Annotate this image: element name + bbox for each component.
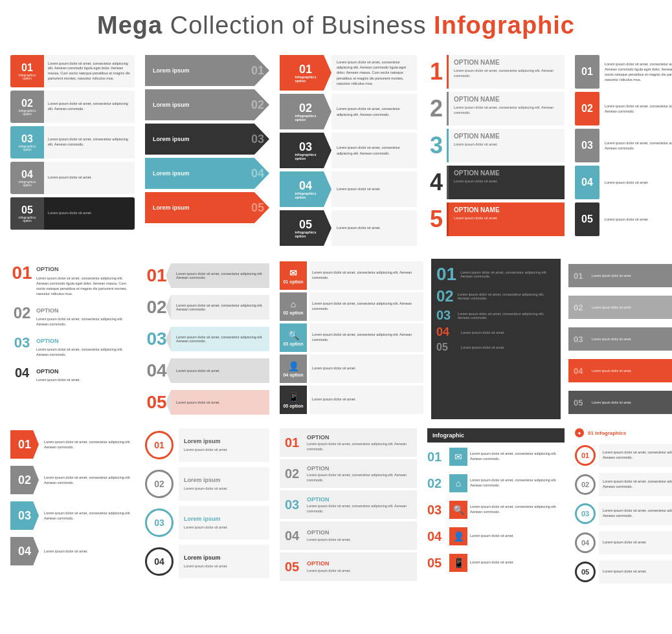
ribbon-4: 04 Lorem ipsum dolor sit amet. bbox=[145, 356, 269, 385]
right-text-3: Lorem ipsum dolor sit amet, consectetur … bbox=[602, 139, 672, 153]
num-badge-2: 02 infographicsoption bbox=[10, 91, 44, 123]
option-name-box-2: OPTION NAME Lorem ipsum dolor sit amet, … bbox=[447, 92, 565, 126]
num-badge-5: 05 infographicsoption bbox=[10, 197, 44, 230]
r-arrow-2: 02 Lorem ipsum dolor sit amet. bbox=[568, 293, 672, 322]
r3-arrow-2: 02 Lorem ipsum dolor sit amet, consectet… bbox=[10, 464, 135, 496]
r3-col4-section: Infographic 01 ✉ Lorem ipsum dolor sit a… bbox=[425, 426, 567, 588]
r-arrow-num-2: 02 bbox=[574, 303, 583, 312]
header-mega: Mega bbox=[97, 12, 162, 39]
r2-ribbon-items: 01 Lorem ipsum dolor sit amet, consectet… bbox=[145, 261, 269, 417]
icon-text-3: Lorem ipsum dolor sit amet, consectetur … bbox=[309, 323, 423, 352]
r3-badge-3: 03 bbox=[10, 501, 39, 530]
col4-section: 1 OPTION NAME Lorem ipsum dolor sit amet… bbox=[425, 52, 567, 248]
right-num-2: 02 Lorem ipsum dolor sit amet, consectet… bbox=[575, 92, 672, 126]
ig-icon-search: 🔍 bbox=[449, 501, 467, 519]
r2-num-04: 04 bbox=[10, 366, 34, 379]
page-header: Mega Collection of Business Infographic bbox=[0, 0, 672, 47]
info-banner-5: 05 infographicsoption Lorem ipsum dolor … bbox=[280, 210, 417, 246]
phone-icon: 📱 bbox=[288, 392, 299, 402]
right-text-5: Lorem ipsum dolor sit amet. bbox=[602, 215, 672, 223]
r3-option-arrows: 01 OPTION Lorem ipsum dolor sit amet, co… bbox=[280, 428, 417, 581]
option-name-4: 4 OPTION NAME Lorem ipsum dolor sit amet… bbox=[427, 166, 565, 199]
r-arrow-num-4: 04 bbox=[574, 366, 583, 376]
circle-opt-1: 01 Lorem ipsum Lorem ipsum dolor sit ame… bbox=[145, 428, 269, 462]
dark-row-1: 01 Lorem ipsum dolor sit amet, consectet… bbox=[436, 264, 555, 285]
circle-num-3: 03 bbox=[145, 508, 174, 537]
r3-col5-section: ● 01 infographics 01 Lorem ipsum dolor s… bbox=[572, 426, 672, 588]
ig-row-4: 04 👤 Lorem ipsum dolor sit amet. bbox=[427, 524, 565, 549]
ig-row-1: 01 ✉ Lorem ipsum dolor sit amet, consect… bbox=[427, 444, 565, 469]
info-banner-left-5: 05 infographicsoption bbox=[280, 210, 331, 246]
col3-info-banners: 01 infographicsoption Lorem ipsum dolor … bbox=[280, 55, 417, 246]
circle-text-2: Lorem ipsum Lorem ipsum dolor sit amet. bbox=[179, 467, 269, 501]
col2-arrow-tabs: Lorem ipsum 01 Lorem ipsum 02 Lorem ipsu… bbox=[145, 55, 269, 223]
arrow-tab-body-5: Lorem ipsum 05 bbox=[145, 192, 269, 223]
arc-header: ● 01 infographics bbox=[575, 428, 672, 437]
r2-icon-list: ✉ 01 option Lorem ipsum dolor sit amet, … bbox=[280, 261, 423, 414]
info-banner-right-4: Lorem ipsum dolor sit amet. bbox=[331, 171, 417, 207]
arc-text-3: Lorem ipsum dolor sit amet, consectetur … bbox=[599, 502, 672, 525]
col1-section: 01 infographicsoption Lorem ipsum dolor … bbox=[8, 52, 137, 248]
ribbon-1: 01 Lorem ipsum dolor sit amet, consectet… bbox=[145, 261, 269, 290]
r3-arrow-4: 04 Lorem ipsum dolor sit amet. bbox=[10, 535, 135, 567]
icon-text-4: Lorem ipsum dolor sit amet. bbox=[309, 355, 423, 383]
ig-row-3: 03 🔍 Lorem ipsum dolor sit amet, consect… bbox=[427, 497, 565, 522]
ig-text-5: Lorem ipsum dolor sit amet. bbox=[470, 560, 565, 565]
opt-arr-num-2: 02 bbox=[285, 466, 303, 481]
r2-text-04: OPTION Lorem ipsum dolor sit amet. bbox=[36, 366, 135, 383]
r2-col1-section: 01 OPTION Lorem ipsum dolor sit amet, co… bbox=[8, 259, 137, 419]
r3-text-3: Lorem ipsum dolor sit amet, consectetur … bbox=[43, 509, 135, 523]
option-big-num-1: 1 bbox=[427, 60, 443, 83]
r2-opt-02-block: 02 OPTION Lorem ipsum dolor sit amet, co… bbox=[10, 303, 135, 330]
option-name-5: 5 OPTION NAME Lorem ipsum dolor sit amet… bbox=[427, 202, 565, 236]
search-icon: 🔍 bbox=[288, 330, 299, 340]
ig-num-2: 02 bbox=[427, 476, 447, 491]
info-banner-right-5: Lorem ipsum dolor sit amet. bbox=[331, 210, 417, 246]
right-text-4: Lorem ipsum dolor sit amet. bbox=[602, 179, 672, 186]
ig-header: Infographic bbox=[427, 428, 565, 443]
r3-text-1: Lorem ipsum dolor sit amet, consectetur … bbox=[43, 438, 135, 452]
icon-list-1: ✉ 01 option Lorem ipsum dolor sit amet, … bbox=[280, 261, 423, 290]
arc-circle-4: 04 bbox=[575, 532, 596, 553]
option-arr-2: 02 OPTION Lorem ipsum dolor sit amet, co… bbox=[280, 459, 417, 488]
arc-item-2: 02 Lorem ipsum dolor sit amet, consectet… bbox=[575, 471, 672, 498]
opt-arr-num-3: 03 bbox=[285, 497, 303, 512]
icon-badge-4: 👤 04 option bbox=[280, 355, 307, 383]
ig-text-3: Lorem ipsum dolor sit amet, consectetur … bbox=[470, 505, 565, 514]
r3-col3-section: 01 OPTION Lorem ipsum dolor sit amet, co… bbox=[277, 426, 420, 588]
ig-text-2: Lorem ipsum dolor sit amet, consectetur … bbox=[470, 478, 565, 488]
item-text-5: Lorem ipsum dolor sit amet. bbox=[44, 209, 135, 218]
opt-arr-text-3: OPTION Lorem ipsum dolor sit amet, conse… bbox=[307, 496, 412, 514]
r-arrow-body-2: 02 Lorem ipsum dolor sit amet. bbox=[568, 296, 672, 319]
ig-icon-mail: ✉ bbox=[449, 448, 467, 466]
person-icon: 👤 bbox=[288, 361, 299, 371]
arc-item-3: 03 Lorem ipsum dolor sit amet, consectet… bbox=[575, 500, 672, 527]
arrow-tab-2: Lorem ipsum 02 bbox=[145, 89, 269, 120]
ig-text-4: Lorem ipsum dolor sit amet. bbox=[470, 534, 565, 539]
right-num-3: 03 Lorem ipsum dolor sit amet, consectet… bbox=[575, 129, 672, 162]
r-arrow-num-3: 03 bbox=[574, 334, 583, 344]
r3-arc-items: ● 01 infographics 01 Lorem ipsum dolor s… bbox=[575, 428, 672, 585]
r2-text-03: OPTION Lorem ipsum dolor sit amet, conse… bbox=[36, 336, 135, 358]
circle-opt-2: 02 Lorem ipsum Lorem ipsum dolor sit ame… bbox=[145, 467, 269, 501]
r-arrow-num-5: 05 bbox=[574, 398, 583, 408]
ig-row-5: 05 📱 Lorem ipsum dolor sit amet. bbox=[427, 551, 565, 575]
ig-num-1: 01 bbox=[427, 450, 447, 465]
arc-header-dot: ● bbox=[575, 428, 584, 437]
arc-text-2: Lorem ipsum dolor sit amet, consectetur … bbox=[599, 473, 672, 496]
ig-icon-home: ⌂ bbox=[449, 474, 467, 492]
arc-item-1: 01 Lorem ipsum dolor sit amet, consectet… bbox=[575, 442, 672, 469]
icon-list-4: 👤 04 option Lorem ipsum dolor sit amet. bbox=[280, 355, 423, 383]
r-arrow-body-5: 05 Lorem ipsum dolor sit amet. bbox=[568, 391, 672, 414]
arc-circle-3: 03 bbox=[575, 503, 596, 524]
right-badge-5: 05 bbox=[575, 202, 599, 236]
ribbon-num-5: 05 bbox=[145, 392, 168, 413]
option-name-3: 3 OPTION NAME Lorem ipsum dolor sit amet… bbox=[427, 129, 565, 162]
ig-num-4: 04 bbox=[427, 529, 447, 544]
r2-large-options: 01 OPTION Lorem ipsum dolor sit amet, co… bbox=[10, 261, 135, 385]
r3-col2-section: 01 Lorem ipsum Lorem ipsum dolor sit ame… bbox=[142, 426, 272, 588]
r-arrow-5: 05 Lorem ipsum dolor sit amet. bbox=[568, 388, 672, 417]
r2-text-02: OPTION Lorem ipsum dolor sit amet, conse… bbox=[36, 305, 135, 327]
ig-title: Infographic bbox=[432, 432, 464, 439]
info-banner-left-4: 04 infographicsoption bbox=[280, 171, 331, 207]
